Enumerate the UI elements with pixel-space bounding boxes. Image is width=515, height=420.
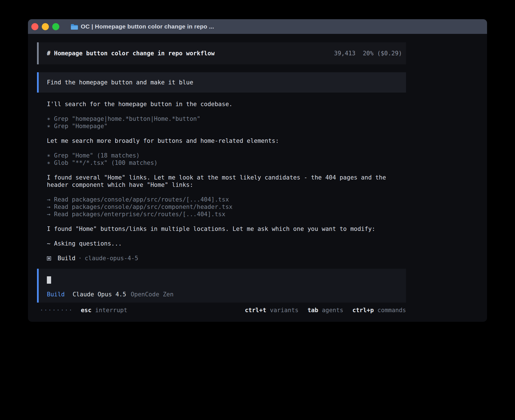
status-bar-left: ········ escinterrupt [40, 307, 127, 314]
assistant-paragraph: I'll search for the homepage button in t… [37, 100, 406, 108]
folder-icon [71, 23, 78, 30]
window-titlebar[interactable]: OC | Homepage button color change in rep… [28, 19, 487, 34]
agent-model: claude-opus-4-5 [85, 255, 138, 262]
tool-call-glob: ∗ Glob "**/*.tsx" (100 matches) [37, 159, 406, 167]
tool-call-grep: ∗ Grep "Home" (18 matches) [37, 152, 406, 159]
terminal-window: OC | Homepage button color change in rep… [28, 19, 487, 322]
keybind-interrupt: escinterrupt [81, 307, 127, 314]
user-message: Find the homepage button and make it blu… [37, 72, 406, 93]
tool-call-grep: ∗ Grep "homepage|home.*button|Home.*butt… [37, 115, 406, 123]
user-message-text: Find the homepage button and make it blu… [47, 79, 193, 86]
keybind-agents: tabagents [307, 307, 343, 314]
assistant-paragraph: I found "Home" buttons/links in multiple… [37, 225, 406, 233]
input-mode-build[interactable]: Build [47, 291, 65, 298]
input-model-name[interactable]: Claude Opus 4.5 [73, 291, 126, 298]
prompt-input[interactable]: Build Claude Opus 4.5 OpenCode Zen [37, 269, 406, 303]
status-bar-right: ctrl+tvariants tabagents ctrl+pcommands [245, 307, 406, 314]
keybind-key: esc [81, 307, 91, 314]
text-cursor [47, 276, 51, 284]
assistant-paragraph: Let me search more broadly for buttons a… [37, 137, 406, 145]
close-button[interactable] [31, 23, 38, 30]
keybind-key: ctrl+t [245, 307, 266, 314]
agent-status-line: Build · claude-opus-4-5 [37, 255, 406, 262]
session-stats: 39,41320% ($0.29) [291, 42, 402, 64]
chat-column: # Homepage button color change in repo w… [37, 42, 406, 314]
input-status-row: Build Claude Opus 4.5 OpenCode Zen [47, 291, 401, 298]
input-provider-name: OpenCode Zen [131, 291, 174, 298]
spinner-icon: ········ [40, 307, 73, 314]
tool-call-read: → Read packages/console/app/src/routes/[… [37, 196, 406, 203]
separator-dot-icon: · [78, 255, 82, 262]
session-header: # Homepage button color change in repo w… [37, 42, 406, 64]
agent-icon [47, 256, 51, 261]
tool-call-read: → Read packages/console/app/src/componen… [37, 203, 406, 211]
keybind-label: variants [270, 307, 298, 314]
context-cost: 20% ($0.29) [363, 50, 402, 57]
asking-questions-status: ~ Asking questions... [37, 240, 406, 247]
assistant-paragraph: I found several "Home" links. Let me loo… [37, 174, 406, 181]
keybind-commands: ctrl+pcommands [352, 307, 406, 314]
keybind-label: interrupt [95, 307, 127, 314]
zoom-button[interactable] [52, 23, 59, 30]
keybind-label: agents [322, 307, 343, 314]
minimize-button[interactable] [42, 23, 49, 30]
desktop-background: OC | Homepage button color change in rep… [0, 0, 515, 420]
traffic-lights [31, 23, 63, 30]
terminal-content: # Homepage button color change in repo w… [28, 42, 487, 322]
tool-call-read: → Read packages/enterprise/src/routes/[.… [37, 211, 406, 218]
tool-call-grep: ∗ Grep "Homepage" [37, 123, 406, 130]
keybind-label: commands [377, 307, 406, 314]
keybind-key: ctrl+p [352, 307, 374, 314]
status-bar: ········ escinterrupt ctrl+tvariants tab… [37, 307, 406, 314]
agent-name: Build [58, 255, 75, 262]
session-title: # Homepage button color change in repo w… [47, 50, 215, 57]
window-title: OC | Homepage button color change in rep… [81, 23, 214, 30]
keybind-key: tab [307, 307, 318, 314]
keybind-variants: ctrl+tvariants [245, 307, 298, 314]
assistant-paragraph: header component which have "Home" links… [37, 181, 406, 189]
token-count: 39,413 [334, 50, 355, 57]
